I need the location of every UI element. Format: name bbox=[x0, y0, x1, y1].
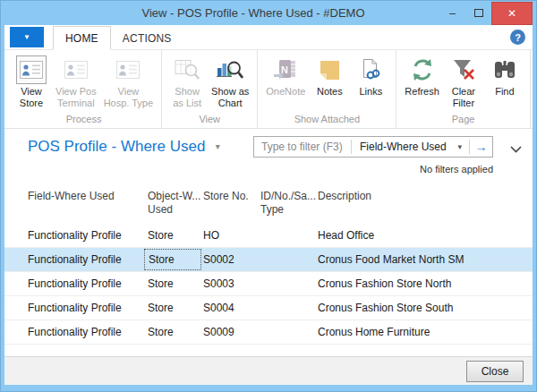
cell-description: Cronus Fashion Store South bbox=[318, 296, 525, 320]
filter-field-label: Field-Where Used bbox=[360, 141, 447, 153]
collapse-header-button[interactable] bbox=[510, 141, 522, 157]
find-button[interactable]: Find bbox=[484, 54, 525, 98]
where-used-list: Field-Where Used Object-W...Used Store N… bbox=[4, 181, 533, 356]
cell-store-no: S0004 bbox=[203, 296, 260, 320]
minimize-button[interactable]: – bbox=[439, 2, 465, 25]
group-label-page: Page bbox=[401, 113, 525, 127]
cell-field: Functionality Profile bbox=[28, 248, 148, 271]
column-header-object-where-used[interactable]: Object-W...Used bbox=[148, 190, 203, 217]
cell-id-type bbox=[260, 272, 318, 295]
ribbon-group-show-attached: N OneNote Notes bbox=[258, 50, 396, 128]
button-label: Clear bbox=[452, 86, 475, 98]
button-label: View bbox=[118, 86, 140, 98]
window-close-button[interactable]: ✕ bbox=[491, 2, 533, 25]
refresh-button[interactable]: Refresh bbox=[401, 54, 443, 98]
column-header-description[interactable]: Description bbox=[318, 190, 525, 217]
maximize-icon bbox=[474, 9, 483, 17]
ribbon-group-view: Show as List Show as Chart View bbox=[162, 50, 258, 128]
button-label: Links bbox=[360, 86, 383, 98]
column-header-id-type[interactable]: ID/No./Sa...Type bbox=[260, 190, 318, 217]
help-button[interactable]: ? bbox=[510, 30, 525, 45]
group-label-view: View bbox=[166, 113, 252, 127]
button-label: Filter bbox=[453, 98, 474, 109]
application-menu-button[interactable]: ▼ bbox=[10, 27, 44, 47]
column-header-field-where-used[interactable]: Field-Where Used bbox=[28, 190, 148, 217]
cell-field: Functionality Profile bbox=[28, 272, 148, 295]
table-header-row: Field-Where Used Object-W...Used Store N… bbox=[4, 181, 533, 224]
chevron-down-icon: ▼ bbox=[23, 34, 30, 41]
apply-filter-button[interactable]: → bbox=[470, 140, 492, 154]
table-row[interactable]: Functionality Profile Store HO Head Offi… bbox=[4, 224, 533, 248]
view-store-button[interactable]: View Store bbox=[11, 54, 52, 109]
button-label: Show bbox=[175, 86, 200, 98]
cell-object-focused: Store bbox=[144, 249, 201, 270]
column-header-store-no[interactable]: Store No. bbox=[203, 190, 260, 217]
view-hosp-type-button: View Hosp. Type bbox=[100, 54, 157, 109]
clear-filter-button[interactable]: Clear Filter bbox=[443, 54, 484, 109]
ribbon-group-page: Refresh Clear Filter Find bbox=[396, 50, 531, 128]
filters-status: No filters applied bbox=[420, 164, 493, 175]
cell-id-type bbox=[260, 296, 318, 320]
page-title-caret-icon[interactable]: ▾ bbox=[216, 141, 220, 151]
cell-description: Cronus Fashion Store North bbox=[318, 272, 525, 295]
table-row[interactable]: Functionality Profile Store S0004 Cronus… bbox=[4, 296, 533, 320]
onenote-button: N OneNote bbox=[262, 54, 309, 98]
cell-store-no: S0002 bbox=[203, 248, 260, 271]
button-label: OneNote bbox=[266, 86, 305, 98]
table-row[interactable]: Functionality Profile Store S0003 Cronus… bbox=[4, 272, 533, 296]
cell-store-no: S0003 bbox=[203, 272, 260, 295]
chevron-down-icon bbox=[510, 146, 522, 153]
button-label: Find bbox=[495, 86, 514, 98]
sticky-note-icon bbox=[320, 55, 340, 84]
person-card-icon bbox=[64, 55, 88, 84]
chart-magnifier-icon bbox=[217, 55, 243, 84]
filter-field-dropdown[interactable]: Field-Where Used ▾ bbox=[352, 141, 469, 153]
ribbon: View Store View Pos Terminal bbox=[4, 49, 533, 129]
close-button[interactable]: Close bbox=[466, 361, 524, 382]
filter-input[interactable] bbox=[254, 138, 351, 156]
cell-object: Store bbox=[148, 320, 203, 344]
svg-text:N: N bbox=[281, 64, 288, 75]
table-row[interactable]: Functionality Profile Store S0009 Cronus… bbox=[4, 320, 533, 345]
page-link-icon bbox=[360, 55, 381, 84]
list-magnifier-icon bbox=[175, 55, 200, 84]
button-label: Store bbox=[20, 98, 43, 109]
button-label: Chart bbox=[218, 98, 243, 109]
tab-home[interactable]: HOME bbox=[53, 26, 111, 50]
minimize-icon: – bbox=[449, 7, 456, 20]
links-button[interactable]: Links bbox=[350, 54, 391, 98]
help-icon: ? bbox=[515, 32, 521, 43]
group-label-show-attached: Show Attached bbox=[262, 113, 391, 127]
group-label-process: Process bbox=[11, 113, 157, 127]
page-title: POS Profile - Where Used bbox=[28, 138, 205, 156]
app-window: View - POS Profile - Where Used - #DEMO … bbox=[0, 0, 537, 392]
cell-store-no: HO bbox=[203, 224, 260, 247]
cell-id-type bbox=[260, 248, 318, 271]
person-card-icon bbox=[116, 55, 140, 84]
cell-field: Functionality Profile bbox=[28, 296, 148, 320]
button-label: View bbox=[21, 86, 42, 98]
onenote-icon: N bbox=[274, 55, 297, 84]
binoculars-icon bbox=[493, 55, 516, 84]
cell-object: Store bbox=[148, 296, 203, 320]
button-label: View Pos bbox=[55, 86, 97, 98]
ribbon-tab-row: ▼ HOME ACTIONS ? bbox=[4, 25, 533, 49]
cell-store-no: S0009 bbox=[203, 320, 260, 344]
notes-button[interactable]: Notes bbox=[309, 54, 350, 98]
cell-field: Functionality Profile bbox=[28, 224, 148, 247]
maximize-button[interactable] bbox=[465, 2, 491, 25]
cell-field: Functionality Profile bbox=[28, 320, 148, 344]
cell-object: Store bbox=[148, 272, 203, 295]
cell-description: Head Office bbox=[318, 224, 525, 247]
window-controls: – ✕ bbox=[439, 1, 533, 25]
clear-filter-icon bbox=[452, 55, 475, 84]
show-as-list-button: Show as List bbox=[166, 54, 208, 109]
tab-actions[interactable]: ACTIONS bbox=[111, 27, 183, 49]
close-icon: ✕ bbox=[507, 7, 516, 20]
table-row-selected[interactable]: Functionality Profile Store S0002 Cronus… bbox=[4, 248, 533, 272]
dialog-footer: Close bbox=[4, 356, 533, 385]
titlebar: View - POS Profile - Where Used - #DEMO … bbox=[4, 1, 533, 25]
cell-description: Cronus Food Market North SM bbox=[318, 248, 525, 271]
arrow-right-icon: → bbox=[475, 140, 488, 154]
show-as-chart-button[interactable]: Show as Chart bbox=[208, 54, 252, 109]
